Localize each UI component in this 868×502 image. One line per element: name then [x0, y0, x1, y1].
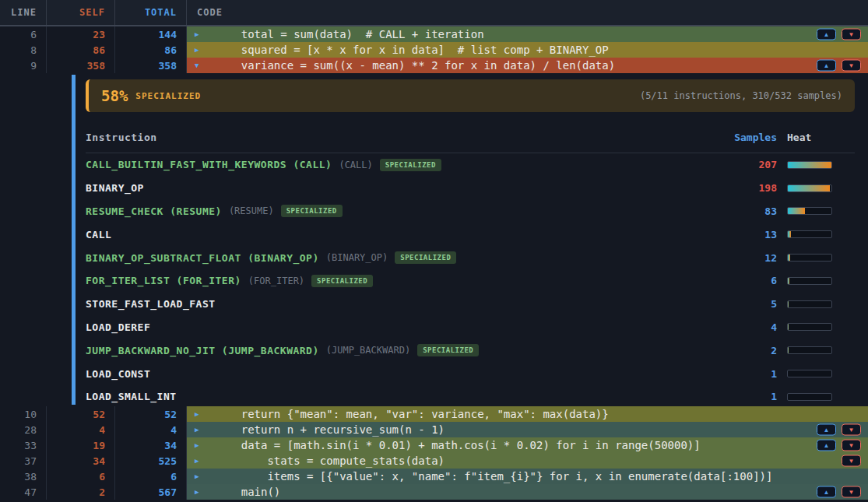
instruction-name: JUMP_BACKWARD_NO_JIT (JUMP_BACKWARD)(JUM… — [86, 344, 733, 356]
total-samples: 358 — [115, 58, 187, 73]
code-row: 3734525▶ stats = compute_stats(data)▼ — [0, 453, 868, 469]
column-header-heat: Heat — [787, 132, 855, 143]
jump-up-button[interactable]: ▲ — [817, 486, 836, 498]
sample-count: 207 — [733, 159, 777, 170]
sample-count: 4 — [733, 321, 777, 333]
instruction-name: FOR_ITER_LIST (FOR_ITER)(FOR_ITER)SPECIA… — [86, 275, 733, 287]
heat-column — [787, 346, 855, 354]
row-nav-buttons: ▲▼ — [817, 486, 861, 498]
jump-up-button[interactable]: ▲ — [817, 424, 836, 436]
heat-column — [787, 277, 855, 285]
expand-row-icon[interactable]: ▶ — [195, 469, 206, 484]
code-cell[interactable]: ▼ variance = sum((x - mean) ** 2 for x i… — [187, 58, 868, 73]
jump-up-button[interactable]: ▲ — [817, 440, 836, 451]
code-row: 105252▶ return {"mean": mean, "var": var… — [0, 406, 868, 422]
source-code-line: stats = compute_stats(data) — [215, 453, 445, 469]
total-samples: 52 — [115, 406, 187, 422]
total-samples: 144 — [115, 26, 187, 42]
instruction-name: CALL_BUILTIN_FAST_WITH_KEYWORDS (CALL)(C… — [86, 159, 733, 171]
instruction-row: CALL_BUILTIN_FAST_WITH_KEYWORDS (CALL)(C… — [86, 153, 855, 177]
expansion-guide-line — [72, 75, 76, 405]
sample-count: 6 — [733, 275, 777, 286]
code-row: 9358358▼ variance = sum((x - mean) ** 2 … — [0, 58, 868, 73]
specialized-badge: SPECIALIZED — [311, 275, 373, 287]
expand-row-icon[interactable]: ▶ — [195, 484, 206, 500]
column-header-line: LINE — [0, 0, 47, 25]
instruction-base-opcode: (JUMP_BACKWARD) — [326, 345, 410, 356]
instruction-row: LOAD_CONST1 — [86, 362, 855, 385]
expand-row-icon[interactable]: ▶ — [195, 406, 206, 422]
heat-bar-fill — [788, 301, 789, 307]
total-samples: 525 — [115, 453, 187, 469]
code-cell[interactable]: ▶ stats = compute_stats(data)▼ — [187, 453, 868, 469]
jump-down-button[interactable]: ▼ — [842, 486, 861, 498]
jump-down-button[interactable]: ▼ — [842, 29, 861, 40]
jump-down-button[interactable]: ▼ — [842, 455, 861, 467]
sample-count: 2 — [733, 345, 777, 356]
heat-bar-fill — [788, 185, 830, 191]
jump-up-button[interactable]: ▲ — [817, 29, 836, 40]
heat-bar-track — [787, 254, 832, 262]
instruction-base-opcode: (RESUME) — [229, 205, 274, 216]
code-cell[interactable]: ▶ return {"mean": mean, "var": variance,… — [187, 406, 868, 422]
self-samples: 358 — [47, 58, 115, 73]
source-code-line: return n + recursive_sum(n - 1) — [215, 422, 445, 437]
self-samples: 6 — [47, 469, 115, 484]
code-cell[interactable]: ▶ data = [math.sin(i * 0.01) + math.cos(… — [187, 437, 868, 453]
instruction-row: FOR_ITER_LIST (FOR_ITER)(FOR_ITER)SPECIA… — [86, 269, 855, 293]
line-number: 6 — [0, 26, 47, 42]
heat-column — [787, 184, 855, 192]
line-number: 8 — [0, 42, 47, 58]
source-code-line: squared = [x * x for x in data] # list c… — [215, 42, 609, 58]
row-nav-buttons: ▲▼ — [817, 60, 861, 72]
instruction-name: BINARY_OP_SUBTRACT_FLOAT (BINARY_OP)(BIN… — [86, 251, 733, 264]
jump-down-button[interactable]: ▼ — [842, 424, 861, 436]
expand-row-icon[interactable]: ▶ — [195, 453, 206, 469]
heat-bar-track — [787, 370, 832, 377]
self-samples: 4 — [47, 422, 115, 437]
code-cell[interactable]: ▶ squared = [x * x for x in data] # list… — [187, 42, 868, 58]
source-code-line: items = [{"value": x, "name": f"item_{i}… — [215, 469, 772, 484]
code-row: 472567▶ main()▲▼ — [0, 484, 868, 500]
specialized-badge: SPECIALIZED — [281, 205, 343, 217]
code-cell[interactable]: ▶ items = [{"value": x, "name": f"item_{… — [187, 469, 868, 484]
instruction-rows: CALL_BUILTIN_FAST_WITH_KEYWORDS (CALL)(C… — [86, 153, 855, 409]
expand-row-icon[interactable]: ▶ — [195, 422, 206, 437]
expand-row-icon[interactable]: ▶ — [195, 42, 206, 58]
column-header-total: TOTAL — [115, 0, 187, 25]
sample-count: 13 — [733, 229, 777, 240]
heat-bar-fill — [788, 278, 789, 284]
heat-bar-track — [787, 184, 832, 192]
collapse-row-icon[interactable]: ▼ — [195, 58, 206, 73]
code-row: 3866▶ items = [{"value": x, "name": f"it… — [0, 469, 868, 484]
jump-up-button[interactable]: ▲ — [817, 60, 836, 72]
code-cell[interactable]: ▶ main()▲▼ — [187, 484, 868, 500]
line-number: 38 — [0, 469, 47, 484]
row-nav-buttons: ▲▼ — [817, 29, 861, 40]
instruction-opcode: CALL — [86, 229, 111, 240]
source-code-line: data = [math.sin(i * 0.01) + math.cos(i … — [215, 437, 701, 453]
expand-row-icon[interactable]: ▶ — [195, 437, 206, 453]
column-header-code: CODE — [187, 0, 868, 25]
instruction-opcode: JUMP_BACKWARD_NO_JIT (JUMP_BACKWARD) — [86, 345, 319, 356]
instruction-row: CALL13 — [86, 223, 855, 246]
source-code-line: main() — [215, 484, 280, 500]
jump-down-button[interactable]: ▼ — [842, 60, 861, 72]
column-header-self: SELF — [47, 0, 115, 25]
instruction-opcode: CALL_BUILTIN_FAST_WITH_KEYWORDS (CALL) — [86, 159, 332, 170]
code-rows-top: 623144▶ total = sum(data) # CALL + itera… — [0, 26, 868, 73]
jump-down-button[interactable]: ▼ — [842, 440, 861, 451]
instruction-name: LOAD_CONST — [86, 368, 733, 380]
code-row: 88686▶ squared = [x * x for x in data] #… — [0, 42, 868, 58]
code-cell[interactable]: ▶ return n + recursive_sum(n - 1)▲▼ — [187, 422, 868, 437]
heat-bar-fill — [788, 347, 789, 353]
source-code-line: return {"mean": mean, "var": variance, "… — [215, 406, 609, 422]
code-cell[interactable]: ▶ total = sum(data) # CALL + iteration▲▼ — [187, 26, 868, 42]
expand-row-icon[interactable]: ▶ — [195, 26, 206, 42]
instruction-base-opcode: (CALL) — [339, 160, 372, 170]
heat-column — [787, 207, 855, 215]
instruction-row: LOAD_DEREF4 — [86, 316, 855, 339]
column-header-samples: Samples — [733, 132, 777, 143]
instruction-name: STORE_FAST_LOAD_FAST — [86, 298, 733, 310]
self-samples: 19 — [47, 437, 115, 453]
